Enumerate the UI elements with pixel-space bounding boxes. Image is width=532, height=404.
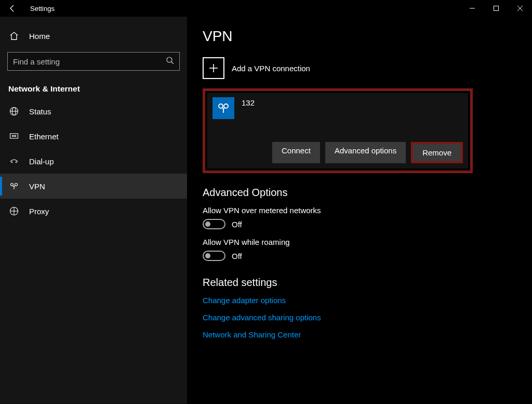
advanced-options-button[interactable]: Advanced options xyxy=(325,142,406,163)
svg-point-11 xyxy=(11,162,12,163)
svg-point-12 xyxy=(16,162,17,163)
sidebar-item-label: VPN xyxy=(29,182,45,191)
sidebar-item-ethernet[interactable]: Ethernet xyxy=(0,124,187,149)
svg-point-22 xyxy=(224,104,228,108)
link-network-sharing-center[interactable]: Network and Sharing Center xyxy=(203,330,516,339)
vpn-connection-card[interactable]: 132 Connect Advanced options Remove xyxy=(207,93,468,168)
svg-line-3 xyxy=(171,62,174,64)
home-icon xyxy=(8,31,20,41)
svg-point-21 xyxy=(219,104,223,108)
remove-button-highlight: Remove xyxy=(411,142,463,163)
add-vpn-label: Add a VPN connection xyxy=(232,64,310,73)
proxy-icon xyxy=(8,206,20,216)
link-advanced-sharing[interactable]: Change advanced sharing options xyxy=(203,313,516,322)
svg-point-13 xyxy=(11,184,14,186)
svg-point-14 xyxy=(15,184,18,186)
svg-rect-10 xyxy=(15,135,16,137)
titlebar: Settings xyxy=(0,0,532,17)
sidebar: Home Network & Internet Status Ethernet xyxy=(0,17,187,404)
maximize-button[interactable] xyxy=(484,0,508,17)
plus-icon xyxy=(203,57,224,79)
toggle-state-label: Off xyxy=(232,252,242,260)
window-controls xyxy=(460,0,532,17)
svg-rect-9 xyxy=(14,135,15,137)
remove-button[interactable]: Remove xyxy=(413,144,461,161)
link-adapter-options[interactable]: Change adapter options xyxy=(203,296,516,305)
minimize-button[interactable] xyxy=(460,0,484,17)
option-label: Allow VPN while roaming xyxy=(203,238,516,246)
sidebar-item-dialup[interactable]: Dial-up xyxy=(0,149,187,174)
section-header: Network & Internet xyxy=(0,71,187,99)
back-button[interactable] xyxy=(0,0,25,17)
vpn-connection-highlight: 132 Connect Advanced options Remove xyxy=(203,88,473,173)
toggle-roaming[interactable] xyxy=(203,251,225,261)
page-title: VPN xyxy=(203,28,516,45)
sidebar-item-label: Dial-up xyxy=(29,157,54,166)
globe-icon xyxy=(8,107,20,116)
option-label: Allow VPN over metered networks xyxy=(203,206,516,215)
add-vpn-row[interactable]: Add a VPN connection xyxy=(203,57,516,79)
dialup-icon xyxy=(8,157,20,166)
option-roaming: Allow VPN while roaming Off xyxy=(203,238,516,261)
option-metered: Allow VPN over metered networks Off xyxy=(203,206,516,229)
search-input[interactable] xyxy=(13,57,166,66)
search-icon xyxy=(166,56,174,67)
sidebar-item-vpn[interactable]: VPN xyxy=(0,174,187,199)
close-button[interactable] xyxy=(508,0,532,17)
window-title: Settings xyxy=(30,5,55,12)
sidebar-item-label: Ethernet xyxy=(29,132,59,141)
home-nav[interactable]: Home xyxy=(0,27,187,45)
home-label: Home xyxy=(29,32,50,41)
ethernet-icon xyxy=(8,132,20,141)
advanced-options-header: Advanced Options xyxy=(203,187,516,199)
vpn-icon xyxy=(8,181,20,191)
connect-button[interactable]: Connect xyxy=(272,142,320,163)
vpn-connection-name: 132 xyxy=(242,97,255,107)
toggle-state-label: Off xyxy=(232,220,242,229)
svg-rect-8 xyxy=(12,135,13,137)
main-panel: VPN Add a VPN connection 132 Connect Adv… xyxy=(187,17,532,404)
related-settings-header: Related settings xyxy=(203,277,516,289)
toggle-metered[interactable] xyxy=(203,219,225,229)
sidebar-item-proxy[interactable]: Proxy xyxy=(0,199,187,224)
sidebar-item-label: Status xyxy=(29,107,51,116)
search-box[interactable] xyxy=(7,52,180,71)
sidebar-item-status[interactable]: Status xyxy=(0,99,187,124)
sidebar-item-label: Proxy xyxy=(29,207,49,216)
svg-rect-1 xyxy=(494,6,499,11)
svg-point-2 xyxy=(167,57,172,62)
vpn-connection-icon xyxy=(212,97,234,119)
